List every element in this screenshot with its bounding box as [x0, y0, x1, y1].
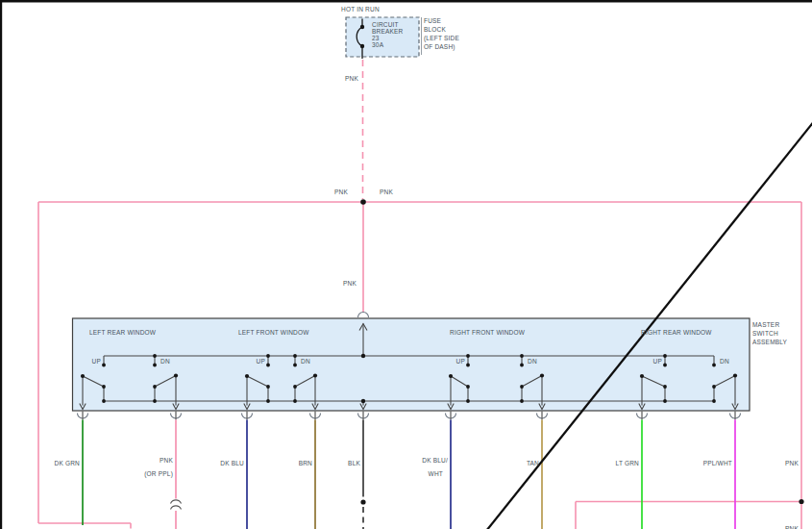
- breaker-terminal-dot: [360, 44, 364, 48]
- up-label: UP: [252, 358, 265, 365]
- wire-color-label-pnk-right: PNK: [746, 460, 799, 466]
- wire-color-label-dk-blu-wht: DK BLU/: [395, 457, 448, 464]
- wire-color-label-pnk-junction-right: PNK: [380, 189, 393, 195]
- up-label: UP: [87, 358, 101, 365]
- section-title-left-rear: LEFT REAR WINDOW: [89, 329, 156, 336]
- wire-color-label-lt-grn: LT GRN: [586, 460, 639, 466]
- section-title-right-front: RIGHT FRONT WINDOW: [450, 329, 525, 336]
- dn-label: DN: [528, 358, 537, 365]
- assembly-line: MASTER: [752, 320, 787, 329]
- section-title-left-front: LEFT FRONT WINDOW: [238, 329, 309, 336]
- wire-color-label-wht: WHT: [395, 470, 448, 477]
- wire-color-label-or-ppl: (OR PPL): [120, 470, 173, 477]
- breaker-terminal-dot: [360, 25, 364, 29]
- connector-arc: [358, 313, 369, 318]
- wire-color-label-dk-blu: DK BLU: [191, 460, 244, 466]
- section-title-right-rear: RIGHT REAR WINDOW: [641, 329, 712, 336]
- splice-dot: [799, 499, 803, 504]
- wiring-diagram-canvas: [0, 0, 812, 529]
- up-label: UP: [452, 358, 465, 365]
- splice-dot: [360, 499, 365, 504]
- wire-break-symbol: [171, 500, 182, 510]
- fuse-block-line: (LEFT SIDE: [424, 34, 459, 42]
- wire-color-label-pnk-bottom: PNK: [746, 525, 799, 529]
- wire-color-label-pnk-top: PNK: [345, 75, 358, 82]
- up-label: UP: [649, 358, 662, 365]
- wire-color-label-pnk-junction-left: PNK: [309, 189, 348, 195]
- assembly-line: ASSEMBLY: [752, 338, 787, 346]
- circuit-breaker-label: CIRCUIT BREAKER 23 30A: [372, 22, 403, 49]
- fuse-block-line: FUSE: [424, 16, 459, 25]
- wire-color-label-pnk-mid: PNK: [343, 280, 357, 287]
- frame-border-left: [0, 0, 2, 529]
- fuse-block-line: BLOCK: [424, 25, 459, 34]
- assembly-line: SWITCH: [752, 329, 787, 338]
- wire-color-label-blk: BLK: [308, 460, 360, 466]
- dn-label: DN: [720, 358, 729, 365]
- wire-color-label-pnk: PNK: [120, 457, 173, 464]
- connector-arcs: [78, 414, 741, 419]
- wire-color-label-brn: BRN: [259, 460, 312, 466]
- fuse-block-label: FUSE BLOCK (LEFT SIDE OF DASH): [424, 16, 459, 51]
- master-switch-assembly-label: MASTER SWITCH ASSEMBLY: [752, 320, 787, 346]
- wiring-diagram-view: HOT IN RUN CIRCUIT BREAKER 23 30A FUSE B…: [0, 0, 812, 529]
- breaker-line: 30A: [372, 42, 403, 49]
- dn-label: DN: [160, 358, 170, 365]
- dn-label: DN: [301, 358, 310, 365]
- wire-color-label-ppl-wht: PPL/WHT: [679, 460, 732, 466]
- wire-color-label-dk-grn: DK GRN: [27, 460, 80, 466]
- splice-dot: [360, 199, 366, 205]
- wire-color-label-tan: TAN: [486, 460, 539, 466]
- fuse-block-line: OF DASH): [424, 42, 459, 51]
- power-source-label: HOT IN RUN: [341, 6, 380, 13]
- frame-border-top: [0, 0, 812, 3]
